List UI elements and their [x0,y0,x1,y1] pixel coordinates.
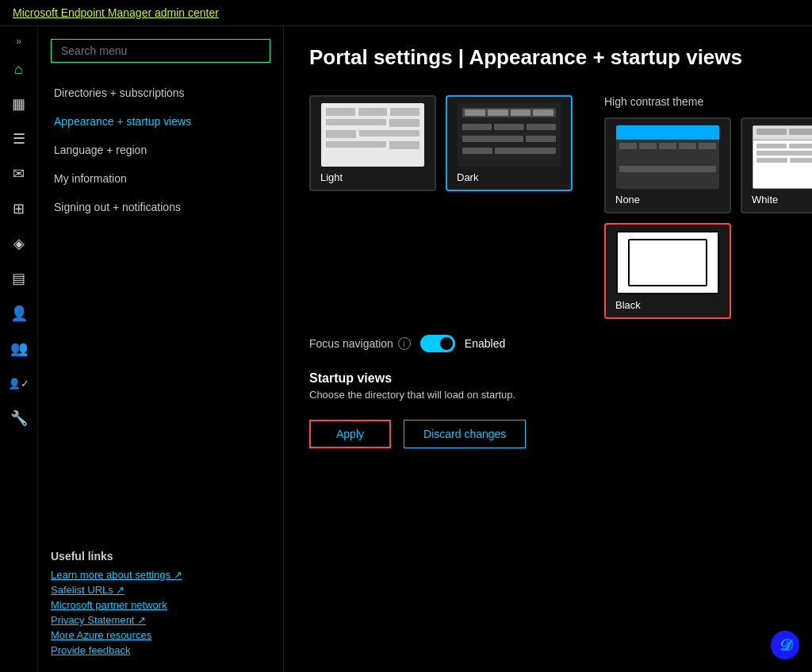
content-area: Portal settings | Appearance + startup v… [284,26,812,672]
main-theme-section: Light [309,95,573,319]
focus-nav-label: Focus navigation i [309,337,411,350]
focus-nav-toggle[interactable] [420,335,455,352]
main-layout: » ⌂ ▦ ☰ ✉ ⊞ ◈ ▤ 👤 👥 👤✓ 🔧 Directories + s… [0,26,812,672]
discard-button[interactable]: Discard changes [404,420,526,448]
hc-white-preview [753,125,812,189]
collapse-chevron[interactable]: » [13,33,25,50]
useful-link-privacy[interactable]: Privacy Statement ↗ [51,614,270,626]
theme-label-hc-none: None [612,194,723,205]
useful-link-safelist[interactable]: Safelist URLs ↗ [51,584,270,596]
hc-none-preview [616,125,719,189]
menu-item-language[interactable]: Language + region [51,136,270,164]
themes-area: Light [309,95,787,319]
theme-card-dark[interactable]: Dark [446,95,573,191]
hc-bottom-row: Black [604,223,812,319]
useful-links-title: Useful links [51,550,270,563]
top-bar: Microsoft Endpoint Manager admin center [0,0,812,26]
light-preview [321,103,424,167]
logo-area: 𝒟 [771,631,799,659]
bottom-buttons: Apply Discard changes [309,420,787,448]
dark-preview [458,103,561,167]
hc-top-row: None [604,117,812,213]
menu-icon[interactable]: ☰ [3,123,35,155]
user-check-icon[interactable]: 👤✓ [3,367,35,399]
main-theme-cards: Light [309,95,573,191]
message-icon[interactable]: ✉ [3,158,35,190]
menu-item-myinfo[interactable]: My information [51,164,270,193]
theme-label-hc-white: White [749,194,812,205]
theme-label-light: Light [317,171,428,183]
apps-icon[interactable]: ⊞ [3,193,35,225]
page-title-suffix: Appearance + startup views [469,45,742,69]
logo-icon: 𝒟 [771,631,799,659]
dashboard-icon[interactable]: ▦ [3,88,35,120]
menu-item-directories[interactable]: Directories + subscriptions [51,79,270,107]
startup-title: Startup views [309,371,787,386]
useful-link-feedback[interactable]: Provide feedback [51,644,270,656]
page-title-separator: | [458,45,469,69]
theme-card-light[interactable]: Light [309,95,436,191]
theme-card-hc-none[interactable]: None [604,117,731,213]
page-title-prefix: Portal settings [309,45,453,69]
useful-link-azure[interactable]: More Azure resources [51,629,270,641]
side-menu: Directories + subscriptions Appearance +… [38,26,284,672]
admin-center-link[interactable]: Microsoft Endpoint Manager admin center [13,6,219,19]
startup-desc: Choose the directory that will load on s… [309,389,787,401]
person-icon[interactable]: 👤 [3,298,35,329]
search-input[interactable] [51,39,270,63]
people-icon[interactable]: 👥 [3,332,35,364]
hc-black-preview [616,231,719,294]
theme-card-hc-white[interactable]: White [741,117,812,213]
theme-label-hc-black: Black [612,299,723,311]
hc-label: High contrast theme [604,95,812,108]
menu-item-appearance[interactable]: Appearance + startup views [51,107,270,136]
high-contrast-section: High contrast theme [604,95,812,319]
focus-nav-state: Enabled [465,337,505,350]
startup-views-section: Startup views Choose the directory that … [309,371,787,401]
calendar-icon[interactable]: ▤ [3,263,35,294]
focus-nav-text: Focus navigation [309,337,393,350]
apply-button[interactable]: Apply [309,420,391,448]
wrench-icon[interactable]: 🔧 [3,402,35,434]
useful-link-learn[interactable]: Learn more about settings ↗ [51,569,270,581]
theme-card-hc-black[interactable]: Black [604,223,731,319]
page-title: Portal settings | Appearance + startup v… [309,45,787,70]
toggle-knob [440,337,453,350]
focus-navigation-row: Focus navigation i Enabled [309,335,787,352]
home-icon[interactable]: ⌂ [3,53,35,85]
theme-label-dark: Dark [454,171,565,183]
shield-icon[interactable]: ◈ [3,228,35,259]
info-icon[interactable]: i [398,337,411,350]
useful-links: Useful links Learn more about settings ↗… [51,550,270,659]
menu-item-signout[interactable]: Signing out + notifications [51,193,270,221]
sidebar-icons: » ⌂ ▦ ☰ ✉ ⊞ ◈ ▤ 👤 👥 👤✓ 🔧 [0,26,38,672]
useful-link-partner[interactable]: Microsoft partner network [51,599,270,611]
